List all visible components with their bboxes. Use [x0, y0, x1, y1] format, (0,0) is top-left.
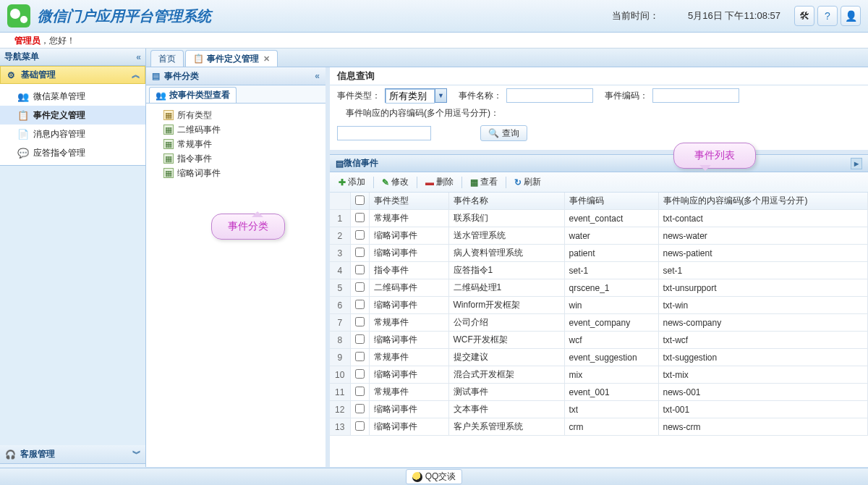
- row-checkbox[interactable]: [355, 230, 365, 240]
- tree-label: 缩略词事件: [177, 167, 221, 180]
- nav-item[interactable]: 👥微信菜单管理: [0, 87, 145, 106]
- row-checkbox[interactable]: [355, 300, 365, 309]
- row-number: 8: [330, 332, 350, 349]
- sidebar-collapse-icon[interactable]: «: [136, 52, 141, 62]
- cell: qrscene_1: [564, 279, 658, 297]
- table-row[interactable]: 6缩略词事件Winform开发框架wintxt-win: [330, 297, 868, 314]
- tree-node-icon: ▦: [163, 125, 174, 135]
- nav-label: 应答指令管理: [33, 147, 85, 159]
- col-header[interactable]: 事件响应的内容编码(多个用逗号分开): [658, 193, 868, 210]
- help-button[interactable]: ?: [817, 6, 838, 26]
- cell: 缩略词事件: [369, 332, 448, 349]
- refresh-button[interactable]: ↻刷新: [510, 174, 545, 190]
- grid-title: 微信事件: [344, 157, 378, 169]
- category-pane: ▤ 事件分类 « 👥 按事件类型查看 ▦所有类型▦二维码事件▦常规事件▦指令事件…: [146, 67, 330, 467]
- close-icon[interactable]: ✕: [263, 54, 270, 64]
- cell: 缩略词事件: [369, 297, 448, 314]
- qq-chat-button[interactable]: QQ交谈: [406, 469, 463, 484]
- app-title: 微信门户应用平台管理系统: [38, 7, 211, 26]
- table-row[interactable]: 1常规事件联系我们event_contacttxt-contact: [330, 210, 868, 227]
- collapse-icon[interactable]: «: [315, 71, 320, 81]
- view-button[interactable]: ▦查看: [466, 174, 502, 190]
- table-row[interactable]: 5二维码事件二维码处理1qrscene_1txt-unsurpport: [330, 279, 868, 297]
- table-row[interactable]: 7常规事件公司介绍event_companynews-company: [330, 314, 868, 332]
- settings-button[interactable]: 🛠: [794, 6, 814, 26]
- dropdown-arrow-icon[interactable]: ▼: [435, 89, 446, 102]
- col-header[interactable]: 事件编码: [564, 193, 658, 210]
- search-code-input[interactable]: [652, 88, 739, 103]
- tree-item[interactable]: ▦缩略词事件: [153, 166, 318, 180]
- row-checkbox[interactable]: [355, 248, 365, 257]
- row-checkbox[interactable]: [355, 421, 365, 431]
- table-row[interactable]: 10缩略词事件混合式开发框架mixtxt-mix: [330, 366, 868, 384]
- row-checkbox[interactable]: [355, 265, 365, 274]
- table-row[interactable]: 4指令事件应答指令1set-1set-1: [330, 262, 868, 279]
- row-number: 1: [330, 210, 350, 227]
- grid-icon: ▤: [336, 159, 344, 169]
- accordion-head-basic[interactable]: ⚙ 基础管理 ︽: [0, 66, 145, 84]
- nav-item[interactable]: 💬应答指令管理: [0, 143, 145, 162]
- nav-item[interactable]: 📋事件定义管理: [0, 106, 145, 125]
- cell: txt: [564, 401, 658, 418]
- nav-item[interactable]: 📄消息内容管理: [0, 125, 145, 143]
- row-checkbox[interactable]: [355, 404, 365, 413]
- subtab-by-type[interactable]: 👥 按事件类型查看: [149, 87, 237, 103]
- row-number: 13: [330, 418, 350, 436]
- cell: 指令事件: [369, 262, 448, 279]
- tree-item[interactable]: ▦指令事件: [153, 151, 318, 166]
- search-icon: 🔍: [488, 128, 499, 138]
- cell: 二维码事件: [369, 279, 448, 297]
- row-checkbox[interactable]: [355, 352, 365, 361]
- row-checkbox-cell: [350, 314, 369, 332]
- tab-home[interactable]: 首页: [150, 50, 184, 67]
- col-header[interactable]: 事件名称: [448, 193, 564, 210]
- grid-panel: 事件列表 ▤ 微信事件 ▸ ✚添加 ✎修改 ▬删除 ▦查看 ↻刷新: [330, 154, 868, 467]
- edit-button[interactable]: ✎修改: [378, 174, 413, 190]
- tree-item[interactable]: ▦所有类型: [153, 108, 318, 122]
- table-row[interactable]: 13缩略词事件客户关系管理系统crmnews-crm: [330, 418, 868, 436]
- cell: news-company: [658, 314, 868, 332]
- delete-button[interactable]: ▬删除: [421, 174, 458, 190]
- pencil-icon: ✎: [382, 177, 389, 187]
- search-type-input[interactable]: [386, 89, 435, 104]
- add-button[interactable]: ✚添加: [334, 174, 370, 190]
- row-checkbox[interactable]: [355, 369, 365, 379]
- search-content-input[interactable]: [337, 126, 431, 140]
- cell: 常规事件: [369, 349, 448, 366]
- table-row[interactable]: 11常规事件测试事件event_001news-001: [330, 384, 868, 401]
- grid-collapse-icon[interactable]: ▸: [851, 158, 862, 169]
- table-row[interactable]: 9常规事件提交建议event_suggestiontxt-suggestion: [330, 349, 868, 366]
- accordion-label: 客服管理: [20, 448, 55, 460]
- select-all-checkbox[interactable]: [355, 195, 365, 205]
- table-row[interactable]: 2缩略词事件送水管理系统waternews-water: [330, 227, 868, 245]
- row-number: 6: [330, 297, 350, 314]
- row-checkbox[interactable]: [355, 282, 365, 292]
- table-row[interactable]: 8缩略词事件WCF开发框架wcftxt-wcf: [330, 332, 868, 349]
- row-checkbox[interactable]: [355, 387, 365, 396]
- table-row[interactable]: 3缩略词事件病人资料管理系统patientnews-patient: [330, 245, 868, 262]
- row-checkbox[interactable]: [355, 334, 365, 344]
- col-header[interactable]: 事件类型: [369, 193, 448, 210]
- row-checkbox[interactable]: [355, 317, 365, 326]
- tree-item[interactable]: ▦常规事件: [153, 137, 318, 151]
- nav-label: 微信菜单管理: [33, 90, 85, 103]
- tree-item[interactable]: ▦二维码事件: [153, 122, 318, 137]
- cell: 文本事件: [448, 401, 564, 418]
- cell: news-water: [658, 227, 868, 245]
- row-checkbox[interactable]: [355, 213, 365, 222]
- query-button[interactable]: 🔍 查询: [480, 125, 527, 141]
- tab-event-def[interactable]: 📋 事件定义管理 ✕: [185, 50, 278, 67]
- user-button[interactable]: 👤: [841, 6, 861, 26]
- row-number: 9: [330, 349, 350, 366]
- search-type-combo[interactable]: ▼: [385, 88, 447, 103]
- row-checkbox-cell: [350, 349, 369, 366]
- accordion-head-service[interactable]: 🎧 客服管理 ︾: [0, 445, 145, 463]
- row-checkbox-cell: [350, 210, 369, 227]
- tree-label: 常规事件: [177, 138, 212, 151]
- tab-bar: 首页 📋 事件定义管理 ✕: [146, 48, 868, 67]
- tree-label: 所有类型: [177, 109, 212, 122]
- table-row[interactable]: 12缩略词事件文本事件txttxt-001: [330, 401, 868, 418]
- search-name-input[interactable]: [506, 88, 593, 103]
- grid-title-bar: ▤ 微信事件 ▸: [330, 154, 868, 172]
- row-checkbox-cell: [350, 279, 369, 297]
